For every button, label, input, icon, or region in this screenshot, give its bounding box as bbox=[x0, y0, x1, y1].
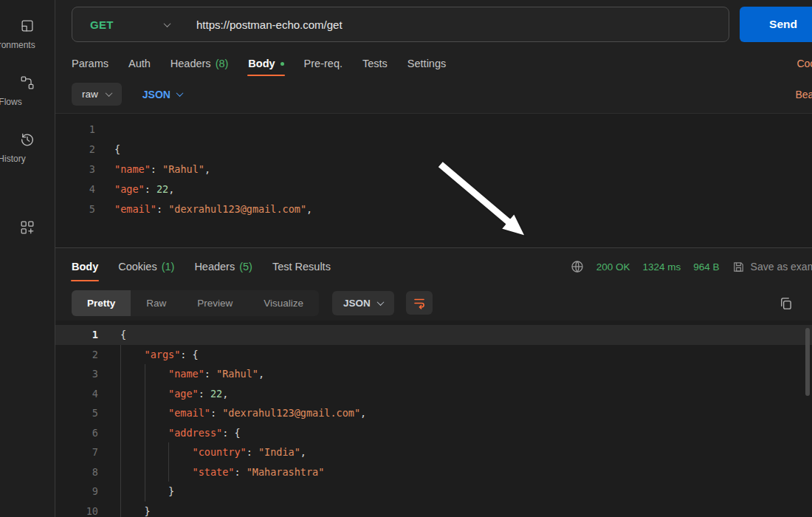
sidebar-item-environments[interactable]: Environments bbox=[0, 18, 55, 50]
editor-line[interactable]: 7 "country": "India", bbox=[55, 442, 812, 462]
line-number: 3 bbox=[55, 160, 95, 179]
code-line: "args": { bbox=[98, 345, 812, 365]
tab-label: Headers bbox=[171, 58, 211, 69]
code-line: "address": { bbox=[98, 423, 812, 443]
line-number: 1 bbox=[55, 120, 95, 140]
editor-line[interactable]: 3 "name": "Rahul", bbox=[55, 160, 812, 179]
save-as-example-button[interactable]: Save as example bbox=[732, 261, 812, 273]
code-line bbox=[95, 120, 812, 140]
request-tab[interactable]: Pre-req. bbox=[304, 47, 343, 80]
response-language-select[interactable]: JSON bbox=[332, 291, 394, 315]
line-number: 9 bbox=[55, 482, 98, 501]
response-body-editor[interactable]: 1 { 2 "args": { 3 "name": "Rahul", 4 "ag… bbox=[55, 321, 812, 517]
request-tab[interactable]: Params bbox=[72, 47, 109, 80]
response-tabs-row: Body Cookies (1) Headers (5) Test Result… bbox=[55, 248, 812, 285]
editor-line[interactable]: 2 { bbox=[55, 140, 812, 160]
method-select[interactable]: GET bbox=[72, 7, 185, 41]
editor-line[interactable]: 4 "age": 22, bbox=[55, 384, 812, 404]
editor-line[interactable]: 2 "args": { bbox=[55, 345, 812, 365]
response-tab[interactable]: Cookies (1) bbox=[118, 248, 174, 285]
line-number: 5 bbox=[55, 199, 95, 219]
editor-line[interactable]: 8 "state": "Maharashtra" bbox=[55, 462, 812, 482]
save-as-example-label: Save as example bbox=[751, 261, 812, 273]
code-line: "state": "Maharashtra" bbox=[98, 462, 812, 482]
view-tab-label: Preview bbox=[197, 298, 233, 309]
response-view-toolbar: Pretty Raw Preview Visualize JSON bbox=[55, 285, 812, 321]
response-size[interactable]: 964 B bbox=[693, 261, 719, 273]
response-view-tab[interactable]: Raw bbox=[131, 290, 182, 316]
url-input[interactable]: https://postman-echo.com/get bbox=[185, 18, 729, 31]
code-line: } bbox=[98, 482, 812, 501]
response-tab[interactable]: Test Results bbox=[272, 248, 331, 285]
scrollbar-thumb[interactable] bbox=[805, 328, 810, 396]
editor-line[interactable]: 6 "address": { bbox=[55, 423, 812, 443]
body-format-select[interactable]: raw bbox=[72, 83, 122, 106]
wrap-lines-icon bbox=[413, 296, 426, 309]
response-tab[interactable]: Headers (5) bbox=[194, 248, 252, 285]
line-number: 3 bbox=[55, 364, 98, 384]
body-language-select[interactable]: JSON bbox=[142, 89, 182, 100]
wrap-lines-button[interactable] bbox=[406, 291, 433, 315]
code-line: "name": "Rahul", bbox=[98, 364, 812, 384]
send-button[interactable]: Send bbox=[740, 7, 812, 42]
request-tab[interactable]: Settings bbox=[407, 47, 446, 80]
copy-response-button[interactable] bbox=[779, 296, 793, 310]
editor-line[interactable]: 1 { bbox=[55, 325, 812, 345]
response-tabs: Body Cookies (1) Headers (5) Test Result… bbox=[72, 248, 331, 285]
tab-label: Params bbox=[72, 58, 109, 69]
request-tab[interactable]: Body bbox=[248, 47, 283, 80]
chevron-down-icon bbox=[164, 20, 171, 27]
tab-label: Pre-req. bbox=[304, 58, 343, 69]
response-tab[interactable]: Body bbox=[72, 248, 98, 285]
request-tab[interactable]: Auth bbox=[128, 47, 151, 80]
line-number: 6 bbox=[55, 423, 98, 443]
editor-line[interactable]: 10 } bbox=[55, 501, 812, 517]
status-badge[interactable]: 200 OK bbox=[596, 261, 630, 273]
response-language-label: JSON bbox=[343, 298, 371, 309]
request-body-editor[interactable]: 1 2 { 3 "name": "Rahul", 4 "age": 22, 5 … bbox=[55, 113, 812, 247]
body-format-label: raw bbox=[82, 89, 98, 100]
cookies-link[interactable]: Cookies bbox=[796, 58, 812, 69]
body-language-label: JSON bbox=[142, 89, 171, 100]
sidebar-item-flows[interactable]: Flows bbox=[0, 75, 55, 107]
response-time[interactable]: 1324 ms bbox=[643, 261, 681, 273]
postman-app: Environments Flows History bbox=[0, 0, 812, 517]
line-number: 2 bbox=[55, 140, 95, 160]
history-icon bbox=[19, 131, 35, 148]
code-line: { bbox=[98, 325, 812, 345]
tab-label: Auth bbox=[128, 58, 151, 69]
response-view-tab[interactable]: Visualize bbox=[248, 290, 319, 316]
editor-line[interactable]: 1 bbox=[55, 120, 812, 140]
beautify-link[interactable]: Beautify bbox=[795, 89, 812, 100]
body-format-toolbar: raw JSON Beautify bbox=[55, 80, 812, 113]
line-number: 7 bbox=[55, 442, 98, 462]
view-tab-label: Pretty bbox=[87, 298, 115, 309]
network-info-button[interactable] bbox=[571, 260, 584, 273]
sidebar-item-history[interactable]: History bbox=[0, 131, 55, 164]
tab-label: Settings bbox=[407, 58, 446, 69]
editor-line[interactable]: 5 "email": "dexrahul123@gmail.com", bbox=[55, 403, 812, 423]
sidebar-item-label: Flows bbox=[0, 97, 22, 107]
flows-icon bbox=[19, 75, 35, 91]
chevron-down-icon bbox=[376, 298, 384, 306]
sidebar-item-label: History bbox=[0, 154, 26, 164]
editor-line[interactable]: 5 "email": "dexrahul123@gmail.com", bbox=[55, 199, 812, 219]
tab-label: Body bbox=[248, 58, 283, 69]
request-tab[interactable]: Headers (8) bbox=[171, 47, 229, 80]
response-view-tab[interactable]: Preview bbox=[182, 290, 248, 316]
editor-line[interactable]: 3 "name": "Rahul", bbox=[55, 364, 812, 384]
response-view-tab[interactable]: Pretty bbox=[72, 290, 131, 316]
editor-line[interactable]: 9 } bbox=[55, 482, 812, 501]
code-line: "email": "dexrahul123@gmail.com", bbox=[95, 199, 812, 219]
request-tab[interactable]: Tests bbox=[362, 47, 388, 80]
tab-count: (1) bbox=[162, 261, 175, 273]
method-label: GET bbox=[90, 18, 114, 31]
request-url-bar: GET https://postman-echo.com/get Send bbox=[55, 0, 812, 47]
environments-icon bbox=[19, 18, 35, 34]
view-tab-label: Visualize bbox=[264, 298, 303, 309]
sidebar-item-more-tools[interactable] bbox=[0, 219, 55, 236]
tab-label: Body bbox=[72, 261, 98, 273]
editor-line[interactable]: 4 "age": 22, bbox=[55, 179, 812, 199]
code-line: { bbox=[95, 140, 812, 160]
line-number: 10 bbox=[55, 501, 98, 517]
